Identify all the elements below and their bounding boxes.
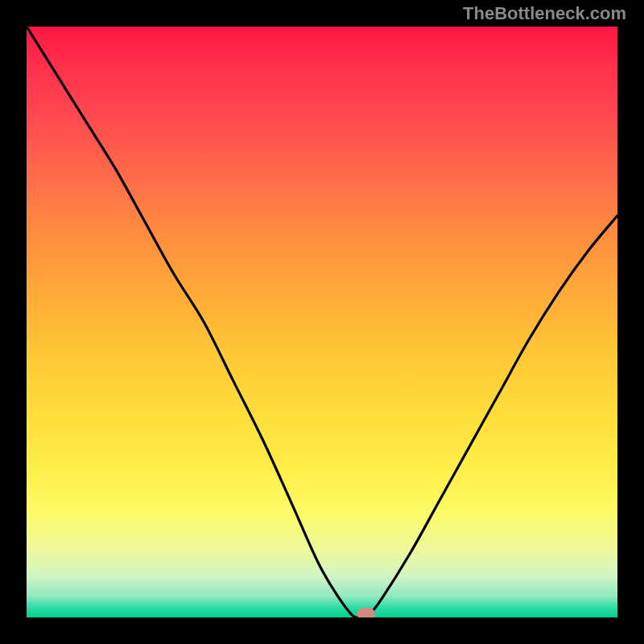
watermark-text: TheBottleneck.com	[463, 3, 626, 24]
chart-curve	[27, 27, 617, 617]
chart-marker-dot	[357, 608, 375, 617]
bottleneck-curve-path	[27, 27, 617, 617]
chart-plot-area	[27, 27, 617, 617]
